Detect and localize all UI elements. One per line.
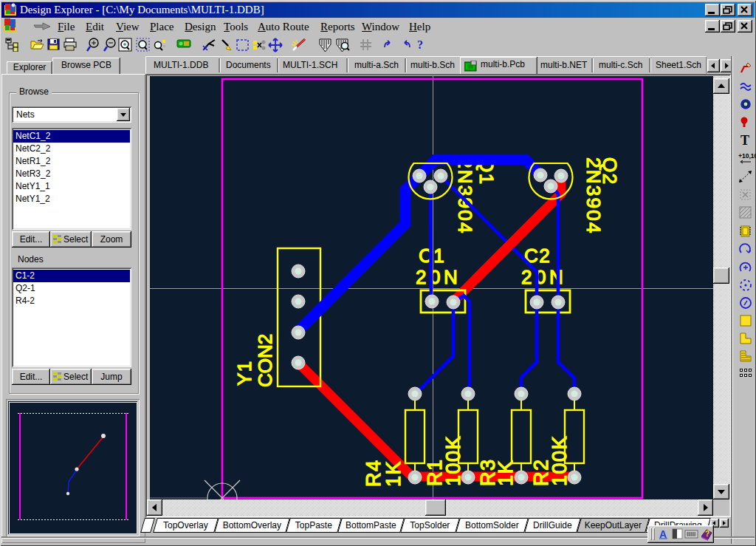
svg-text:CON2: CON2 [254,334,276,387]
svg-text:T: T [740,133,749,148]
svg-text:1K: 1K [382,460,405,487]
svg-text:100K: 100K [549,435,571,486]
svg-text:2N3904: 2N3904 [583,157,605,235]
svg-text:2N3904: 2N3904 [454,157,476,235]
svg-text:R4: R4 [362,459,385,487]
svg-text:1K: 1K [495,460,517,486]
svg-text:?: ? [417,38,423,51]
svg-text:20N: 20N [416,266,461,288]
svg-text:?: ? [705,530,709,538]
svg-text:+10,10: +10,10 [738,152,756,160]
svg-text:Y1: Y1 [233,360,255,386]
svg-text:100K: 100K [442,435,464,486]
